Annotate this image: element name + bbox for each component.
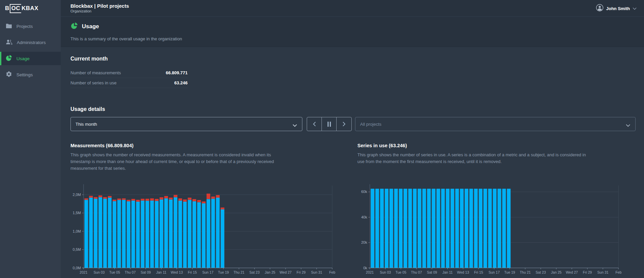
sidebar-item-label: Usage	[16, 56, 30, 61]
chevron-down-icon	[293, 123, 297, 128]
chevron-down-icon	[633, 5, 637, 11]
svg-text:Sun 17: Sun 17	[489, 270, 500, 274]
svg-text:Wed 13: Wed 13	[171, 270, 183, 274]
svg-text:2021: 2021	[80, 270, 88, 274]
svg-text:Sun 03: Sun 03	[380, 270, 391, 274]
svg-text:0k: 0k	[363, 266, 367, 270]
svg-text:Tue 19: Tue 19	[218, 270, 229, 274]
current-month-row: Number of measurements66.809.771	[70, 68, 188, 78]
svg-text:1,0M: 1,0M	[73, 229, 81, 233]
blockbax-logo: BOCKBAX	[0, 0, 61, 17]
avatar-icon	[596, 4, 603, 13]
svg-text:Sat 23: Sat 23	[249, 270, 260, 274]
svg-text:Sun 03: Sun 03	[94, 270, 105, 274]
current-month-heading: Current month	[70, 56, 108, 62]
sidebar-item-label: Settings	[16, 72, 33, 77]
period-select-value: This month	[76, 122, 97, 127]
series-chart-description: This graph shows the number of series in…	[357, 152, 592, 165]
svg-text:Jan 25: Jan 25	[551, 270, 562, 274]
svg-text:Fri 15: Fri 15	[188, 270, 197, 274]
usage-intro-section: Usage This is a summary of the overall u…	[61, 17, 644, 47]
svg-text:2,0M: 2,0M	[73, 193, 81, 197]
project-select[interactable]: All projects	[355, 117, 636, 131]
user-menu[interactable]: John Smith	[596, 0, 637, 17]
series-chart-title: Series in use (63.246)	[357, 143, 407, 148]
usage-title: Usage	[82, 23, 99, 30]
measurements-chart-description: This graph shows the number of received …	[70, 152, 289, 172]
sidebar-item-usage[interactable]: Usage	[0, 52, 61, 65]
sidebar-item-settings[interactable]: Settings	[0, 68, 61, 81]
next-period-button[interactable]	[337, 117, 351, 131]
usage-details-controls: This month All projects	[70, 117, 636, 131]
sidebar-item-label: Administrators	[17, 40, 46, 45]
row-value: 66.809.771	[166, 70, 188, 75]
previous-period-button[interactable]	[307, 117, 322, 131]
row-label: Number of measurements	[70, 70, 121, 75]
svg-text:2021: 2021	[366, 270, 374, 274]
svg-text:20k: 20k	[361, 240, 367, 244]
svg-text:Sat 09: Sat 09	[427, 270, 437, 274]
logo-suffix: KBAX	[21, 5, 38, 12]
svg-text:0,0M: 0,0M	[73, 266, 81, 270]
page-subtitle: Organization	[70, 9, 129, 13]
sidebar: BOCKBAX ProjectsAdministratorsUsageSetti…	[0, 0, 61, 278]
svg-text:60k: 60k	[361, 190, 367, 194]
svg-text:Tue 19: Tue 19	[504, 270, 515, 274]
svg-text:Feb: Feb	[615, 270, 622, 274]
svg-text:Tue 05: Tue 05	[109, 270, 120, 274]
svg-text:Sat 23: Sat 23	[536, 270, 546, 274]
current-month-table: Number of measurements66.809.771Number o…	[70, 68, 188, 88]
page-header: Blockbax | Pilot projects Organization J…	[61, 0, 644, 17]
svg-text:Feb: Feb	[329, 270, 335, 274]
svg-text:1,5M: 1,5M	[73, 211, 81, 215]
sidebar-item-label: Projects	[16, 24, 33, 29]
sidebar-nav: ProjectsAdministratorsUsageSettings	[0, 17, 61, 81]
usage-details-heading: Usage details	[70, 106, 105, 112]
gear-icon	[6, 71, 12, 78]
logo-prefix: B	[5, 5, 9, 12]
measurements-chart-title: Measurements (66.809.804)	[70, 143, 134, 148]
svg-text:Sun 17: Sun 17	[202, 270, 213, 274]
svg-text:Thu 07: Thu 07	[125, 270, 136, 274]
project-select-placeholder: All projects	[360, 122, 382, 127]
usage-description: This is a summary of the overall usage i…	[70, 36, 182, 41]
usage-pie-icon	[71, 22, 78, 31]
row-label: Number of series in use	[70, 80, 116, 85]
svg-text:Fri 15: Fri 15	[474, 270, 483, 274]
svg-text:Sun 31: Sun 31	[311, 270, 322, 274]
folder-icon	[6, 23, 12, 30]
user-name: John Smith	[606, 6, 630, 11]
sidebar-item-administrators[interactable]: Administrators	[0, 36, 61, 49]
svg-text:40k: 40k	[361, 215, 367, 219]
svg-text:Sat 09: Sat 09	[141, 270, 151, 274]
period-pager	[307, 117, 352, 131]
svg-text:Sun 31: Sun 31	[597, 270, 608, 274]
svg-text:Fri 29: Fri 29	[297, 270, 306, 274]
period-select[interactable]: This month	[70, 117, 302, 131]
sidebar-item-projects[interactable]: Projects	[0, 19, 61, 33]
series-in-use-chart: 0k20k40k60k2021Sun 03Tue 05Thu 07Sat 09J…	[352, 183, 625, 276]
pause-button[interactable]	[322, 117, 337, 131]
svg-text:Thu 21: Thu 21	[234, 270, 245, 274]
svg-text:0,5M: 0,5M	[73, 247, 81, 251]
svg-text:Jan 25: Jan 25	[265, 270, 276, 274]
svg-text:Jan 11: Jan 11	[156, 270, 166, 274]
main-content: Current month Number of measurements66.8…	[61, 47, 644, 278]
measurements-chart: 0,0M0,5M1,0M1,5M2,0M2021Sun 03Tue 05Thu …	[66, 183, 339, 276]
svg-text:Thu 07: Thu 07	[411, 270, 422, 274]
svg-text:Tue 05: Tue 05	[395, 270, 406, 274]
svg-text:Wed 27: Wed 27	[280, 270, 292, 274]
pie-icon	[6, 55, 12, 62]
svg-text:Wed 13: Wed 13	[457, 270, 469, 274]
current-month-row: Number of series in use63.246	[70, 78, 188, 88]
svg-text:Wed 27: Wed 27	[566, 270, 578, 274]
chevron-down-icon	[626, 123, 630, 128]
page-title: Blockbax | Pilot projects	[70, 3, 129, 9]
users-icon	[6, 39, 12, 46]
svg-text:Fri 29: Fri 29	[583, 270, 592, 274]
svg-text:Jan 11: Jan 11	[442, 270, 453, 274]
app-window: BOCKBAX ProjectsAdministratorsUsageSetti…	[0, 0, 644, 278]
row-value: 63.246	[174, 80, 188, 85]
svg-text:Thu 21: Thu 21	[520, 270, 531, 274]
logo-bracket: OC	[10, 4, 21, 13]
